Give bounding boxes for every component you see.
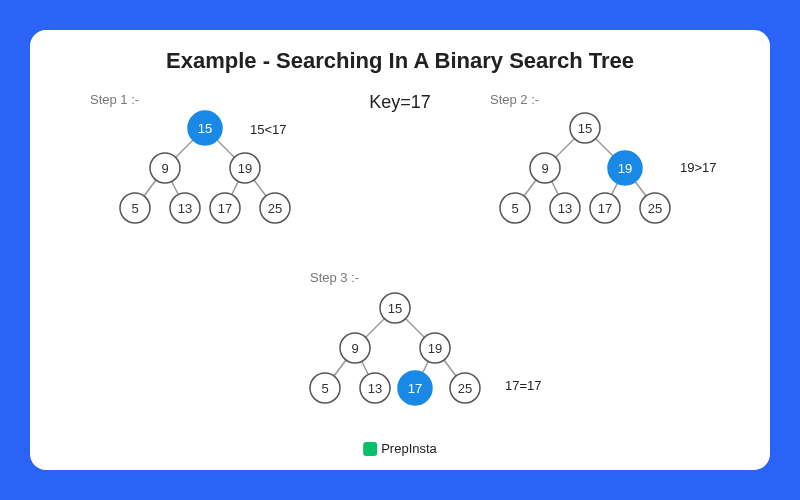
search-key: Key=17 bbox=[369, 92, 431, 113]
node-9: 9 bbox=[351, 341, 358, 356]
node-5: 5 bbox=[131, 201, 138, 216]
brand-icon bbox=[363, 442, 377, 456]
brand-text: PrepInsta bbox=[381, 441, 437, 456]
brand-logo: PrepInsta bbox=[363, 441, 437, 456]
step3-tree: 15 9 19 5 13 17 25 bbox=[290, 288, 500, 418]
node-17: 17 bbox=[218, 201, 232, 216]
step3-comparison: 17=17 bbox=[505, 378, 542, 393]
node-13: 13 bbox=[558, 201, 572, 216]
node-17: 17 bbox=[598, 201, 612, 216]
node-17: 17 bbox=[408, 381, 422, 396]
node-13: 13 bbox=[178, 201, 192, 216]
node-25: 25 bbox=[458, 381, 472, 396]
diagram-card: Example - Searching In A Binary Search T… bbox=[30, 30, 770, 470]
node-19: 19 bbox=[618, 161, 632, 176]
node-5: 5 bbox=[321, 381, 328, 396]
node-15: 15 bbox=[578, 121, 592, 136]
diagram-title: Example - Searching In A Binary Search T… bbox=[50, 48, 750, 74]
node-25: 25 bbox=[268, 201, 282, 216]
step2-tree: 15 9 19 5 13 17 25 bbox=[480, 108, 690, 238]
node-5: 5 bbox=[511, 201, 518, 216]
node-15: 15 bbox=[388, 301, 402, 316]
node-9: 9 bbox=[541, 161, 548, 176]
step2-label: Step 2 :- bbox=[490, 92, 539, 107]
node-9: 9 bbox=[161, 161, 168, 176]
node-19: 19 bbox=[238, 161, 252, 176]
node-13: 13 bbox=[368, 381, 382, 396]
step3-label: Step 3 :- bbox=[310, 270, 359, 285]
node-19: 19 bbox=[428, 341, 442, 356]
node-15: 15 bbox=[198, 121, 212, 136]
node-25: 25 bbox=[648, 201, 662, 216]
step1-tree: 15 9 19 5 13 17 25 bbox=[100, 108, 310, 238]
step1-label: Step 1 :- bbox=[90, 92, 139, 107]
